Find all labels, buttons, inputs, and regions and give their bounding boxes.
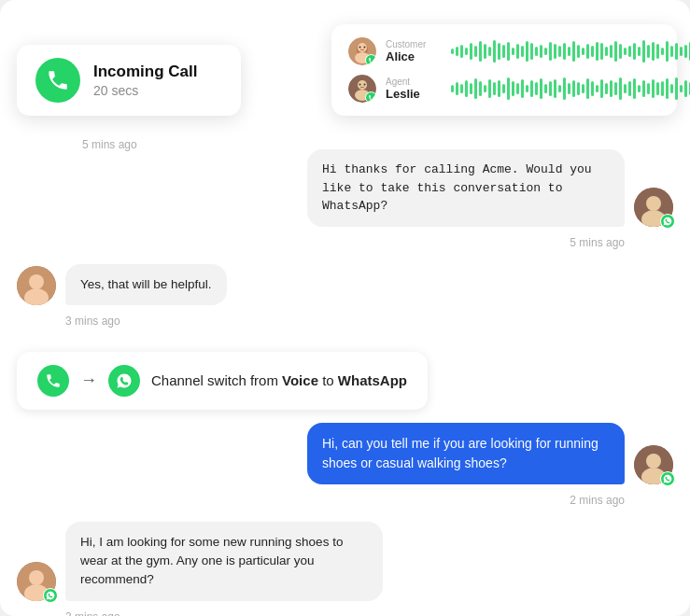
svg-point-12 bbox=[646, 196, 661, 211]
switch-arrow-icon: → bbox=[80, 371, 97, 390]
agent-msg-avatar-1 bbox=[634, 188, 673, 227]
waveform-customer-row: Customer Alice bbox=[348, 37, 660, 65]
chat-container: Incoming Call 20 secs 5 mins ago bbox=[0, 0, 690, 616]
voice-phone-icon bbox=[45, 372, 62, 389]
msg-row-agent-1: Hi thanks for calling Acme. Would you li… bbox=[17, 149, 673, 227]
svg-point-4 bbox=[359, 47, 361, 49]
msg-row-customer-2: Hi, I am looking for some new running sh… bbox=[17, 522, 673, 601]
svg-point-21 bbox=[29, 570, 44, 585]
customer-msg-avatar-1 bbox=[17, 266, 56, 305]
svg-point-2 bbox=[358, 43, 367, 52]
agent-avatar bbox=[348, 75, 376, 103]
call-text-block: Incoming Call 20 secs bbox=[93, 63, 197, 98]
customer-info: Customer Alice bbox=[386, 39, 442, 63]
customer-name: Alice bbox=[386, 49, 442, 63]
customer-msg-timestamp-2: 3 mins ago bbox=[65, 610, 673, 617]
customer-avatar bbox=[348, 37, 376, 65]
agent-msg-timestamp-1: 5 mins ago bbox=[17, 236, 625, 249]
svg-point-10 bbox=[364, 84, 366, 86]
agent-waveform bbox=[451, 76, 690, 102]
svg-point-15 bbox=[29, 274, 44, 289]
customer-wa-badge bbox=[43, 588, 58, 603]
phone-icon bbox=[46, 68, 70, 92]
waveform-card: Customer Alice bbox=[331, 24, 677, 116]
svg-point-7 bbox=[358, 80, 367, 90]
agent-bubble-2: Hi, can you tell me if you are looking f… bbox=[307, 423, 625, 484]
customer-msg-avatar-2 bbox=[17, 562, 56, 601]
call-icon bbox=[35, 58, 80, 103]
customer-bubble-1: Yes, that will be helpful. bbox=[65, 264, 227, 305]
svg-point-18 bbox=[646, 454, 661, 469]
msg-row-agent-2: Hi, can you tell me if you are looking f… bbox=[17, 423, 673, 484]
call-title: Incoming Call bbox=[93, 63, 197, 81]
customer-waveform bbox=[451, 38, 690, 64]
agent-bubble-1: Hi thanks for calling Acme. Would you li… bbox=[307, 149, 625, 227]
agent-info: Agent Leslie bbox=[386, 77, 442, 101]
incoming-call-card[interactable]: Incoming Call 20 secs bbox=[17, 45, 241, 116]
messages-area: Hi thanks for calling Acme. Would you li… bbox=[0, 149, 690, 616]
msg-row-customer-1: Yes, that will be helpful. bbox=[17, 264, 673, 305]
whatsapp-icon-circle bbox=[108, 365, 140, 397]
agent-msg-timestamp-2: 2 mins ago bbox=[17, 494, 625, 507]
whatsapp-icon bbox=[116, 372, 133, 389]
agent-name: Leslie bbox=[386, 87, 442, 101]
agent-msg-avatar-2 bbox=[634, 445, 673, 484]
channel-switch-text: Channel switch from Voice to WhatsApp bbox=[151, 372, 407, 388]
svg-point-5 bbox=[364, 47, 366, 49]
customer-bubble-2: Hi, I am looking for some new running sh… bbox=[65, 522, 383, 601]
customer-msg-timestamp-1: 3 mins ago bbox=[65, 315, 673, 328]
channel-switch-card: → Channel switch from Voice to WhatsApp bbox=[17, 352, 428, 410]
customer-role: Customer bbox=[386, 39, 442, 49]
agent-wa-badge bbox=[660, 214, 675, 229]
agent-role: Agent bbox=[386, 77, 442, 87]
call-duration: 20 secs bbox=[93, 83, 197, 98]
agent-wa-badge-2 bbox=[660, 471, 675, 486]
voice-icon-circle bbox=[37, 365, 69, 397]
svg-point-9 bbox=[359, 84, 361, 86]
waveform-agent-row: Agent Leslie bbox=[348, 75, 660, 103]
